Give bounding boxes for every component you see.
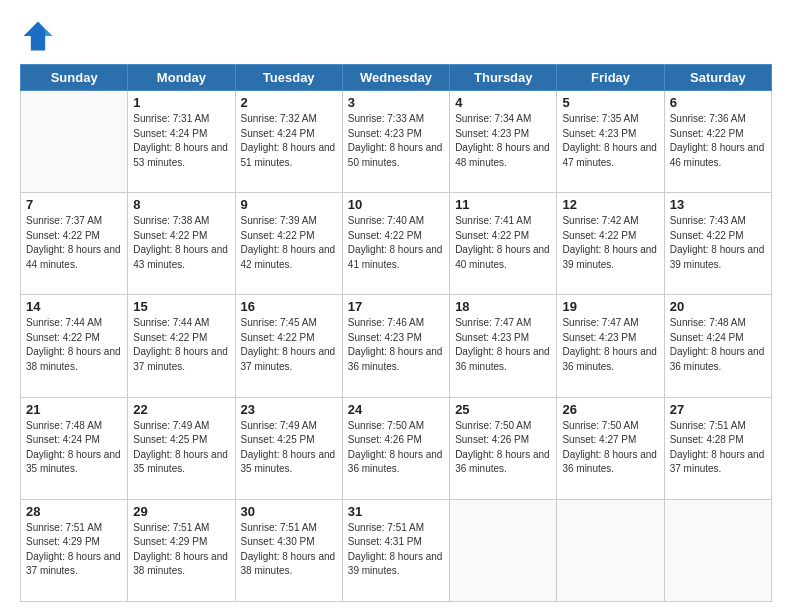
calendar-cell: 15Sunrise: 7:44 AMSunset: 4:22 PMDayligh…	[128, 295, 235, 397]
day-info: Sunrise: 7:48 AMSunset: 4:24 PMDaylight:…	[26, 419, 122, 477]
week-row-2: 14Sunrise: 7:44 AMSunset: 4:22 PMDayligh…	[21, 295, 772, 397]
day-number: 30	[241, 504, 337, 519]
day-info: Sunrise: 7:51 AMSunset: 4:31 PMDaylight:…	[348, 521, 444, 579]
day-info: Sunrise: 7:31 AMSunset: 4:24 PMDaylight:…	[133, 112, 229, 170]
logo	[20, 18, 60, 54]
day-header-friday: Friday	[557, 65, 664, 91]
day-number: 31	[348, 504, 444, 519]
day-info: Sunrise: 7:42 AMSunset: 4:22 PMDaylight:…	[562, 214, 658, 272]
calendar-cell: 18Sunrise: 7:47 AMSunset: 4:23 PMDayligh…	[450, 295, 557, 397]
day-number: 5	[562, 95, 658, 110]
calendar-cell: 27Sunrise: 7:51 AMSunset: 4:28 PMDayligh…	[664, 397, 771, 499]
day-number: 28	[26, 504, 122, 519]
day-number: 17	[348, 299, 444, 314]
calendar-cell: 17Sunrise: 7:46 AMSunset: 4:23 PMDayligh…	[342, 295, 449, 397]
header	[20, 18, 772, 54]
day-info: Sunrise: 7:50 AMSunset: 4:27 PMDaylight:…	[562, 419, 658, 477]
week-row-1: 7Sunrise: 7:37 AMSunset: 4:22 PMDaylight…	[21, 193, 772, 295]
day-info: Sunrise: 7:48 AMSunset: 4:24 PMDaylight:…	[670, 316, 766, 374]
day-number: 14	[26, 299, 122, 314]
day-info: Sunrise: 7:49 AMSunset: 4:25 PMDaylight:…	[241, 419, 337, 477]
day-number: 16	[241, 299, 337, 314]
days-of-week-row: SundayMondayTuesdayWednesdayThursdayFrid…	[21, 65, 772, 91]
day-number: 24	[348, 402, 444, 417]
day-info: Sunrise: 7:40 AMSunset: 4:22 PMDaylight:…	[348, 214, 444, 272]
calendar-cell: 24Sunrise: 7:50 AMSunset: 4:26 PMDayligh…	[342, 397, 449, 499]
week-row-4: 28Sunrise: 7:51 AMSunset: 4:29 PMDayligh…	[21, 499, 772, 601]
calendar-cell: 29Sunrise: 7:51 AMSunset: 4:29 PMDayligh…	[128, 499, 235, 601]
day-number: 2	[241, 95, 337, 110]
day-header-wednesday: Wednesday	[342, 65, 449, 91]
day-number: 20	[670, 299, 766, 314]
day-info: Sunrise: 7:49 AMSunset: 4:25 PMDaylight:…	[133, 419, 229, 477]
day-info: Sunrise: 7:47 AMSunset: 4:23 PMDaylight:…	[562, 316, 658, 374]
calendar-cell: 21Sunrise: 7:48 AMSunset: 4:24 PMDayligh…	[21, 397, 128, 499]
page: SundayMondayTuesdayWednesdayThursdayFrid…	[0, 0, 792, 612]
day-info: Sunrise: 7:50 AMSunset: 4:26 PMDaylight:…	[455, 419, 551, 477]
day-number: 10	[348, 197, 444, 212]
day-number: 21	[26, 402, 122, 417]
calendar-cell: 23Sunrise: 7:49 AMSunset: 4:25 PMDayligh…	[235, 397, 342, 499]
day-info: Sunrise: 7:46 AMSunset: 4:23 PMDaylight:…	[348, 316, 444, 374]
day-number: 8	[133, 197, 229, 212]
calendar-cell: 25Sunrise: 7:50 AMSunset: 4:26 PMDayligh…	[450, 397, 557, 499]
day-header-saturday: Saturday	[664, 65, 771, 91]
calendar-cell: 13Sunrise: 7:43 AMSunset: 4:22 PMDayligh…	[664, 193, 771, 295]
day-number: 18	[455, 299, 551, 314]
day-info: Sunrise: 7:37 AMSunset: 4:22 PMDaylight:…	[26, 214, 122, 272]
calendar-cell	[450, 499, 557, 601]
calendar-cell: 5Sunrise: 7:35 AMSunset: 4:23 PMDaylight…	[557, 91, 664, 193]
calendar-body: 1Sunrise: 7:31 AMSunset: 4:24 PMDaylight…	[21, 91, 772, 602]
calendar-cell: 4Sunrise: 7:34 AMSunset: 4:23 PMDaylight…	[450, 91, 557, 193]
calendar-cell: 9Sunrise: 7:39 AMSunset: 4:22 PMDaylight…	[235, 193, 342, 295]
day-header-sunday: Sunday	[21, 65, 128, 91]
calendar-cell	[664, 499, 771, 601]
day-info: Sunrise: 7:32 AMSunset: 4:24 PMDaylight:…	[241, 112, 337, 170]
calendar-cell	[557, 499, 664, 601]
day-header-tuesday: Tuesday	[235, 65, 342, 91]
calendar-cell: 30Sunrise: 7:51 AMSunset: 4:30 PMDayligh…	[235, 499, 342, 601]
calendar-cell: 14Sunrise: 7:44 AMSunset: 4:22 PMDayligh…	[21, 295, 128, 397]
day-info: Sunrise: 7:51 AMSunset: 4:29 PMDaylight:…	[26, 521, 122, 579]
day-info: Sunrise: 7:47 AMSunset: 4:23 PMDaylight:…	[455, 316, 551, 374]
day-number: 29	[133, 504, 229, 519]
calendar-cell: 12Sunrise: 7:42 AMSunset: 4:22 PMDayligh…	[557, 193, 664, 295]
day-number: 9	[241, 197, 337, 212]
week-row-3: 21Sunrise: 7:48 AMSunset: 4:24 PMDayligh…	[21, 397, 772, 499]
day-number: 13	[670, 197, 766, 212]
day-info: Sunrise: 7:44 AMSunset: 4:22 PMDaylight:…	[133, 316, 229, 374]
day-info: Sunrise: 7:39 AMSunset: 4:22 PMDaylight:…	[241, 214, 337, 272]
calendar-cell: 31Sunrise: 7:51 AMSunset: 4:31 PMDayligh…	[342, 499, 449, 601]
calendar-cell: 1Sunrise: 7:31 AMSunset: 4:24 PMDaylight…	[128, 91, 235, 193]
day-info: Sunrise: 7:50 AMSunset: 4:26 PMDaylight:…	[348, 419, 444, 477]
day-number: 12	[562, 197, 658, 212]
day-number: 27	[670, 402, 766, 417]
day-info: Sunrise: 7:35 AMSunset: 4:23 PMDaylight:…	[562, 112, 658, 170]
calendar-cell	[21, 91, 128, 193]
day-number: 1	[133, 95, 229, 110]
day-number: 7	[26, 197, 122, 212]
day-number: 19	[562, 299, 658, 314]
calendar-cell: 26Sunrise: 7:50 AMSunset: 4:27 PMDayligh…	[557, 397, 664, 499]
calendar-cell: 6Sunrise: 7:36 AMSunset: 4:22 PMDaylight…	[664, 91, 771, 193]
day-info: Sunrise: 7:45 AMSunset: 4:22 PMDaylight:…	[241, 316, 337, 374]
day-info: Sunrise: 7:51 AMSunset: 4:29 PMDaylight:…	[133, 521, 229, 579]
calendar-cell: 16Sunrise: 7:45 AMSunset: 4:22 PMDayligh…	[235, 295, 342, 397]
calendar-cell: 2Sunrise: 7:32 AMSunset: 4:24 PMDaylight…	[235, 91, 342, 193]
day-info: Sunrise: 7:33 AMSunset: 4:23 PMDaylight:…	[348, 112, 444, 170]
day-number: 15	[133, 299, 229, 314]
calendar-cell: 19Sunrise: 7:47 AMSunset: 4:23 PMDayligh…	[557, 295, 664, 397]
day-info: Sunrise: 7:51 AMSunset: 4:30 PMDaylight:…	[241, 521, 337, 579]
day-info: Sunrise: 7:38 AMSunset: 4:22 PMDaylight:…	[133, 214, 229, 272]
day-number: 6	[670, 95, 766, 110]
day-info: Sunrise: 7:41 AMSunset: 4:22 PMDaylight:…	[455, 214, 551, 272]
calendar-cell: 22Sunrise: 7:49 AMSunset: 4:25 PMDayligh…	[128, 397, 235, 499]
calendar-table: SundayMondayTuesdayWednesdayThursdayFrid…	[20, 64, 772, 602]
calendar-cell: 28Sunrise: 7:51 AMSunset: 4:29 PMDayligh…	[21, 499, 128, 601]
calendar-cell: 3Sunrise: 7:33 AMSunset: 4:23 PMDaylight…	[342, 91, 449, 193]
day-number: 25	[455, 402, 551, 417]
calendar-cell: 10Sunrise: 7:40 AMSunset: 4:22 PMDayligh…	[342, 193, 449, 295]
day-info: Sunrise: 7:51 AMSunset: 4:28 PMDaylight:…	[670, 419, 766, 477]
day-info: Sunrise: 7:43 AMSunset: 4:22 PMDaylight:…	[670, 214, 766, 272]
day-number: 3	[348, 95, 444, 110]
